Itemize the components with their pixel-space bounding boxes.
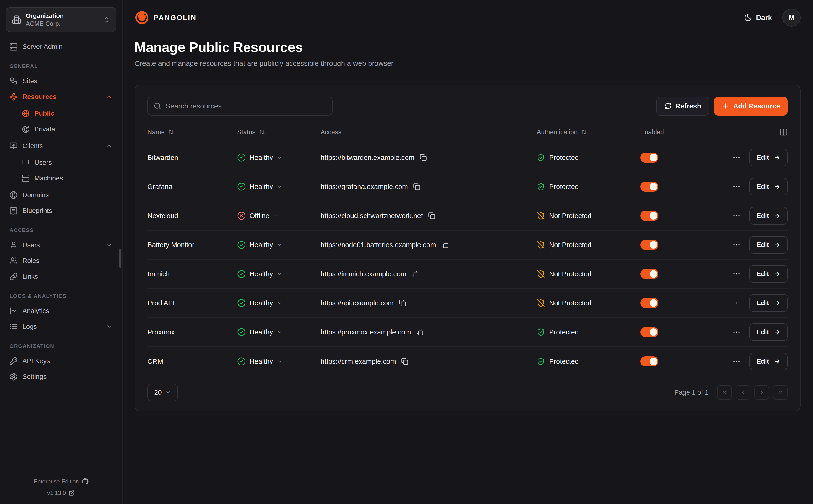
status-dropdown[interactable]: Healthy [237,241,320,249]
table-header: Name Status Access Authentication Enable… [147,121,788,143]
copy-url-button[interactable] [399,299,406,307]
sidebar-item-blueprints[interactable]: Blueprints [6,203,116,219]
page-size-select[interactable]: 20 [147,384,178,401]
prev-page-button[interactable] [736,385,751,400]
status-dropdown[interactable]: Healthy [237,153,320,162]
sidebar-scrollbar[interactable] [119,249,121,268]
shield-off-icon [537,241,545,249]
org-selector[interactable]: Organization ACME Corp. [6,7,116,32]
ellipsis-icon [732,153,741,162]
enabled-toggle[interactable] [640,327,658,337]
sidebar-item-settings[interactable]: Settings [6,369,116,385]
resource-url: https://bitwarden.example.com [320,154,415,162]
column-settings-button[interactable] [707,128,788,136]
enabled-toggle[interactable] [640,240,658,250]
edit-button[interactable]: Edit [749,236,788,254]
sidebar-item-server-admin[interactable]: Server Admin [6,39,116,55]
edit-button[interactable]: Edit [749,294,788,312]
refresh-button[interactable]: Refresh [656,97,709,116]
github-icon[interactable] [82,478,88,485]
external-link-icon[interactable] [69,490,75,496]
copy-url-button[interactable] [420,154,427,161]
status-dropdown[interactable]: Healthy [237,270,320,278]
chevrons-up-down-icon [103,16,110,23]
enabled-toggle[interactable] [640,153,658,163]
row-menu-button[interactable] [732,153,741,162]
avatar[interactable]: M [782,9,801,27]
enabled-toggle[interactable] [640,298,658,308]
sidebar-item-sites[interactable]: Sites [6,73,116,89]
row-menu-button[interactable] [732,328,741,336]
status-dropdown[interactable]: Healthy [237,357,320,366]
status-dropdown[interactable]: Healthy [237,328,320,336]
row-menu-button[interactable] [732,211,741,220]
enabled-toggle[interactable] [640,356,658,366]
status-label: Healthy [249,154,273,162]
sidebar-item-machines[interactable]: Machines [18,170,116,186]
row-menu-button[interactable] [732,299,741,307]
sidebar-item-analytics[interactable]: Analytics [6,303,116,319]
sidebar-item-api-keys[interactable]: API Keys [6,353,116,369]
col-header-status[interactable]: Status [237,129,320,136]
edit-button[interactable]: Edit [749,207,788,225]
sidebar-item-resources[interactable]: Resources [6,89,116,105]
row-menu-button[interactable] [732,241,741,249]
enabled-toggle[interactable] [640,211,658,221]
search-input[interactable] [165,102,326,110]
auth-label: Not Protected [549,241,591,249]
next-page-button[interactable] [754,385,769,400]
add-resource-button[interactable]: Add Resource [714,97,788,116]
copy-url-button[interactable] [416,329,424,336]
enabled-toggle[interactable] [640,269,658,279]
last-page-button[interactable] [773,385,788,400]
copy-url-button[interactable] [401,358,409,365]
main-content: PANGOLIN Dark M Manage Public Resources … [123,0,813,504]
brand-logo[interactable]: PANGOLIN [134,10,196,25]
moon-icon [744,14,752,22]
sidebar-item-public[interactable]: Public [18,106,116,121]
copy-url-button[interactable] [412,270,419,278]
copy-url-button[interactable] [441,241,449,248]
arrow-right-icon [773,329,781,336]
row-menu-button[interactable] [732,182,741,191]
globe-icon [10,191,18,199]
edit-button[interactable]: Edit [749,323,788,341]
arrow-right-icon [773,270,781,278]
col-header-authentication[interactable]: Authentication [537,129,640,136]
sidebar-item-users[interactable]: Users [6,237,116,253]
edit-button[interactable]: Edit [749,265,788,283]
table-body: Bitwarden Healthy https://bitwarden.exam… [147,143,788,376]
edit-button[interactable]: Edit [749,353,788,370]
copy-url-button[interactable] [428,212,436,219]
laptop-icon [22,159,30,166]
circle-x-icon [237,211,246,220]
copy-url-button[interactable] [413,183,420,190]
sidebar-item-logs[interactable]: Logs [6,319,116,334]
row-menu-button[interactable] [732,357,741,366]
enabled-toggle[interactable] [640,182,658,192]
sidebar-item-roles[interactable]: Roles [6,253,116,269]
sidebar-item-client-users[interactable]: Users [18,155,116,170]
version-label: v1.13.0 [47,490,66,496]
copy-icon [441,241,449,248]
status-dropdown[interactable]: Offline [237,211,320,220]
pagination: 20 Page 1 of 1 [147,384,788,401]
theme-toggle[interactable]: Dark [744,14,772,22]
col-header-access: Access [320,129,537,136]
resource-name: CRM [147,358,237,365]
refresh-icon [664,103,672,110]
sidebar-item-clients[interactable]: Clients [6,138,116,154]
edit-button[interactable]: Edit [749,149,788,166]
col-header-name[interactable]: Name [147,129,237,136]
circle-check-icon [237,328,246,336]
status-dropdown[interactable]: Healthy [237,299,320,307]
row-menu-button[interactable] [732,270,741,278]
sidebar-item-links[interactable]: Links [6,269,116,284]
edit-button[interactable]: Edit [749,178,788,195]
status-dropdown[interactable]: Healthy [237,182,320,191]
first-page-button[interactable] [717,385,732,400]
resource-name: Bitwarden [147,154,237,162]
sidebar-item-private[interactable]: Private [18,121,116,137]
sidebar-item-domains[interactable]: Domains [6,187,116,203]
sidebar-footer: Enterprise Edition v1.13.0 [6,473,116,498]
